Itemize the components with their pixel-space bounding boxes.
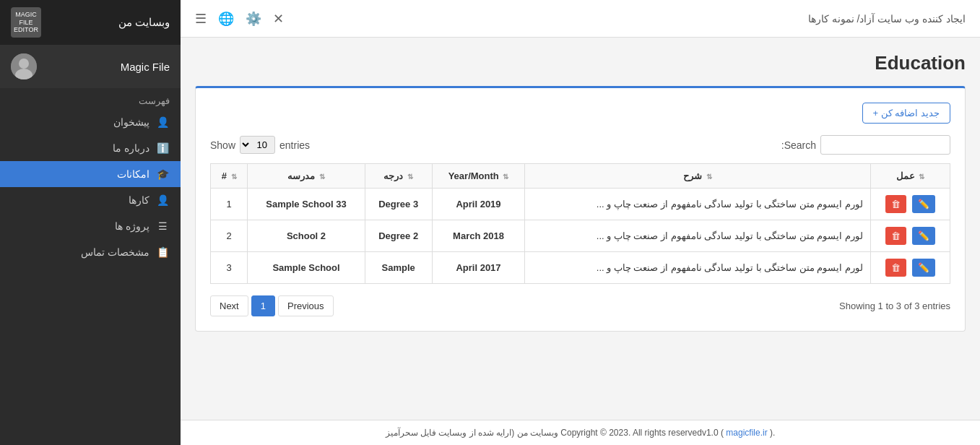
cell-num: 1 [211,189,248,220]
table-row: 1 Sample School 33 Degree 3 April 2019 ل… [211,189,950,220]
sort-icon-degree: ⇅ [407,173,413,181]
cell-year: March 2018 [432,220,524,252]
delete-button[interactable]: 🗑 [885,195,906,213]
cell-action: 🗑 ✏️ [871,252,950,284]
projects-icon: ☰ [155,220,170,232]
col-desc[interactable]: شرح ⇅ [525,164,871,189]
sort-icon-action: ⇅ [919,173,924,181]
sort-icon-num: ⇅ [231,173,237,181]
add-button[interactable]: + جدید اضافه کن [862,103,950,124]
delete-button[interactable]: 🗑 [885,227,906,245]
cell-degree: Degree 2 [365,220,432,252]
footer-text: .Copyright © 2023. All rights reservedv1… [386,428,776,438]
page-title: Education [195,52,966,74]
dashboard-icon: 👤 [155,116,170,128]
search-area: Search: [781,135,950,155]
card-toolbar: + جدید اضافه کن [210,103,950,124]
cell-action: 🗑 ✏️ [871,220,950,252]
sidebar-item-label: پیشخوان [113,116,149,128]
col-year[interactable]: Year/Month ⇅ [432,164,524,189]
work-icon: 👤 [155,194,170,206]
sidebar-item-label: کارها [129,194,149,206]
search-label: Search: [781,139,816,151]
sort-icon-school: ⇅ [319,173,325,181]
sidebar-item-label: پروژه ها [115,220,149,232]
close-icon[interactable]: ✕ [273,11,284,27]
next-button[interactable]: Next [210,295,248,316]
cell-action: 🗑 ✏️ [871,189,950,220]
graduation-icon: 🎓 [155,168,170,180]
info-icon: ℹ️ [155,142,170,154]
col-degree[interactable]: درجه ⇅ [365,164,432,189]
edit-button[interactable]: ✏️ [912,259,935,277]
table-row: 3 Sample School Sample April 2017 لورم ا… [211,252,950,284]
contact-icon: 📋 [155,246,170,258]
gear-icon[interactable]: ⚙️ [246,11,261,27]
previous-button[interactable]: Previous [278,295,334,316]
sidebar-logo: MAGICFILEEDITOR وبسایت من [0,0,181,45]
sidebar-section-label: فهرست [0,88,181,109]
search-input[interactable] [820,135,950,155]
sidebar-item-skills[interactable]: امکانات 🎓 [0,161,181,187]
sort-icon-desc: ⇅ [706,173,712,181]
entries-label: entries [279,139,310,151]
page-1-button[interactable]: 1 [251,295,275,316]
sidebar-item-work[interactable]: کارها 👤 [0,187,181,213]
footer-link[interactable]: magicfile.ir [726,428,767,438]
delete-button[interactable]: 🗑 [885,259,906,277]
entries-select[interactable]: 10 25 50 [240,136,275,154]
globe-icon[interactable]: 🌐 [218,11,234,27]
sidebar-item-dashboard[interactable]: پیشخوان 👤 [0,109,181,135]
table-controls: Search: entries 10 25 50 Show [210,135,950,155]
user-name: Magic File [121,61,170,73]
footer: .Copyright © 2023. All rights reservedv1… [181,420,980,445]
edit-button[interactable]: ✏️ [912,227,935,245]
cell-num: 3 [211,252,248,284]
svg-point-1 [19,59,29,69]
pagination: Next 1 Previous Showing 1 to 3 of 3 entr… [210,295,950,316]
sidebar-item-about[interactable]: درباره ما ℹ️ [0,135,181,161]
sidebar-item-projects[interactable]: پروژه ها ☰ [0,213,181,239]
show-label: Show [210,139,235,151]
cell-year: April 2019 [432,189,524,220]
edit-button[interactable]: ✏️ [912,195,935,213]
content-card: + جدید اضافه کن Search: entries 10 25 50 [195,86,966,332]
avatar [11,53,37,79]
education-table: # ⇅ مدرسه ⇅ درجه ⇅ Year/Month ⇅ شرح ⇅ عم… [210,163,950,284]
cell-degree: Sample [365,252,432,284]
col-num[interactable]: # ⇅ [211,164,248,189]
show-entries-area: entries 10 25 50 Show [210,136,310,154]
site-name: وبسایت من [118,16,170,29]
cell-school: School 2 [248,220,365,252]
col-action[interactable]: عمل ⇅ [871,164,950,189]
menu-icon[interactable]: ☰ [195,11,207,27]
main-content: ☰ 🌐 ⚙️ ✕ ایجاد کننده وب سایت آزاد/ نمونه… [181,0,980,445]
logo-box: MAGICFILEEDITOR [11,7,41,38]
cell-year: April 2017 [432,252,524,284]
cell-degree: Degree 3 [365,189,432,220]
sidebar-item-contact[interactable]: مشخصات تماس 📋 [0,239,181,265]
sort-icon-year: ⇅ [503,173,508,181]
topbar: ☰ 🌐 ⚙️ ✕ ایجاد کننده وب سایت آزاد/ نمونه… [181,0,980,38]
sidebar-item-label: امکانات [117,168,149,180]
table-row: 2 School 2 Degree 2 March 2018 لورم ایسو… [211,220,950,252]
pagination-info: Showing 1 to 3 of 3 entries [839,301,950,311]
cell-desc: لورم ایسوم متن ساختگی با تولید سادگی نام… [525,252,871,284]
cell-desc: لورم ایسوم متن ساختگی با تولید سادگی نام… [525,189,871,220]
cell-num: 2 [211,220,248,252]
sidebar-user: Magic File [0,45,181,88]
sidebar-item-label: مشخصات تماس [81,246,149,258]
col-school[interactable]: مدرسه ⇅ [248,164,365,189]
breadcrumb: ایجاد کننده وب سایت آزاد/ نمونه کارها [808,13,966,25]
cell-school: Sample School 33 [248,189,365,220]
topbar-left: ☰ 🌐 ⚙️ ✕ [195,11,284,27]
cell-desc: لورم ایسوم متن ساختگی با تولید سادگی نام… [525,220,871,252]
sidebar-item-label: درباره ما [113,142,149,154]
sidebar: MAGICFILEEDITOR وبسایت من Magic File فهر… [0,0,181,445]
logo-text: MAGICFILEEDITOR [14,11,38,34]
cell-school: Sample School [248,252,365,284]
page-body: Education + جدید اضافه کن Search: entrie… [181,38,980,420]
